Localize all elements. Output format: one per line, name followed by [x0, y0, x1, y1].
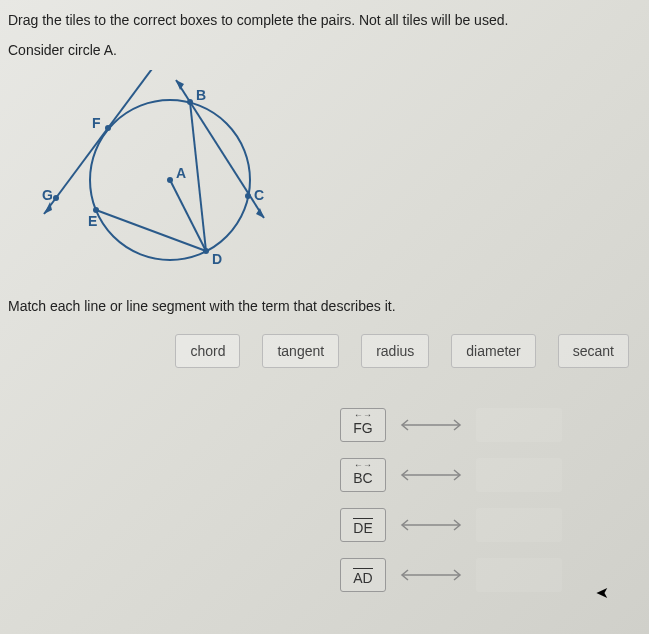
- double-arrow-icon: [396, 567, 466, 583]
- line-symbol-icon: ←→: [354, 461, 372, 470]
- source-ad-label: AD: [353, 570, 372, 586]
- source-fg: ←→ FG: [340, 408, 386, 442]
- pair-row-de: DE: [340, 508, 562, 542]
- double-arrow-icon: [396, 467, 466, 483]
- pairs-container: ←→ FG ←→ BC DE: [0, 408, 649, 592]
- instruction-text: Drag the tiles to the correct boxes to c…: [0, 0, 649, 32]
- pair-row-ad: AD: [340, 558, 562, 592]
- svg-marker-17: [256, 208, 264, 218]
- label-c: C: [254, 187, 264, 203]
- tiles-row: chord tangent radius diameter secant: [0, 334, 649, 368]
- source-bc-label: BC: [353, 470, 372, 486]
- source-de: DE: [340, 508, 386, 542]
- svg-line-8: [44, 70, 172, 214]
- double-arrow-icon: [396, 517, 466, 533]
- match-instruction: Match each line or line segment with the…: [0, 294, 649, 334]
- pair-row-fg: ←→ FG: [340, 408, 562, 442]
- diagram-container: A B C D E F G: [0, 62, 649, 294]
- tile-diameter[interactable]: diameter: [451, 334, 535, 368]
- svg-marker-16: [176, 80, 184, 90]
- source-ad: AD: [340, 558, 386, 592]
- double-arrow-icon: [396, 417, 466, 433]
- tile-chord[interactable]: chord: [175, 334, 240, 368]
- svg-line-15: [176, 80, 264, 218]
- label-d: D: [212, 251, 222, 267]
- drop-fg[interactable]: [476, 408, 562, 442]
- cursor-icon: ➤: [596, 583, 609, 602]
- label-f: F: [92, 115, 101, 131]
- circle-diagram: A B C D E F G: [20, 70, 280, 290]
- tile-secant[interactable]: secant: [558, 334, 629, 368]
- label-a: A: [176, 165, 186, 181]
- tile-tangent[interactable]: tangent: [262, 334, 339, 368]
- source-fg-label: FG: [353, 420, 372, 436]
- pair-row-bc: ←→ BC: [340, 458, 562, 492]
- tile-radius[interactable]: radius: [361, 334, 429, 368]
- line-symbol-icon: ←→: [354, 411, 372, 420]
- drop-bc[interactable]: [476, 458, 562, 492]
- drop-ad[interactable]: [476, 558, 562, 592]
- source-bc: ←→ BC: [340, 458, 386, 492]
- consider-text: Consider circle A.: [0, 32, 649, 62]
- label-g: G: [42, 187, 53, 203]
- label-e: E: [88, 213, 97, 229]
- svg-line-12: [96, 210, 206, 251]
- label-b: B: [196, 87, 206, 103]
- drop-de[interactable]: [476, 508, 562, 542]
- source-de-label: DE: [353, 520, 372, 536]
